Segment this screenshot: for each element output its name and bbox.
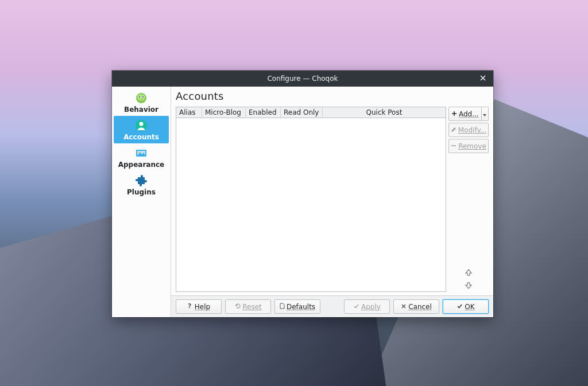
sidebar-item-accounts[interactable]: Accounts: [114, 116, 169, 143]
cancel-button-label: Cancel: [408, 303, 432, 311]
plus-icon: [451, 110, 457, 118]
document-icon: [280, 303, 285, 311]
add-dropdown-arrow[interactable]: [482, 107, 489, 121]
category-sidebar: Behavior Accounts Appearance Plugins: [112, 87, 171, 317]
remove-button-label: Remove: [458, 142, 486, 150]
arrow-down-icon: [465, 282, 473, 291]
configure-window: Configure — Choqok Behavior Accounts: [112, 71, 493, 317]
help-icon: ?: [187, 302, 193, 311]
apply-button[interactable]: Apply: [344, 299, 390, 314]
pencil-icon: [451, 126, 457, 134]
modify-button[interactable]: Modify...: [448, 123, 489, 137]
chevron-down-icon: [483, 110, 486, 118]
arrow-up-icon: [465, 268, 473, 278]
remove-button[interactable]: Remove: [448, 139, 489, 153]
sidebar-item-label: Appearance: [118, 161, 165, 169]
puzzle-icon: [134, 174, 148, 188]
table-actions: Add... Modify... Remove: [448, 107, 489, 292]
sidebar-item-label: Behavior: [124, 106, 158, 114]
close-icon: [479, 75, 486, 83]
reset-button-label: Reset: [242, 303, 262, 311]
move-up-button[interactable]: [448, 267, 489, 279]
cancel-button[interactable]: Cancel: [393, 299, 439, 314]
ok-button-label: OK: [465, 303, 474, 311]
table-body[interactable]: [176, 118, 446, 291]
ok-check-icon: [457, 303, 463, 311]
modify-button-label: Modify...: [458, 126, 487, 134]
svg-point-9: [140, 122, 144, 126]
sidebar-item-label: Accounts: [123, 133, 159, 141]
undo-icon: [234, 303, 241, 311]
add-button-group: Add...: [448, 107, 489, 121]
apply-button-label: Apply: [361, 303, 381, 311]
user-icon: [134, 119, 148, 132]
defaults-button-label: Defaults: [287, 303, 315, 311]
sidebar-item-appearance[interactable]: Appearance: [114, 143, 169, 171]
main-panel: Accounts Alias Micro-Blog Enabled Read O…: [171, 87, 493, 317]
defaults-button[interactable]: Defaults: [274, 299, 320, 314]
svg-point-7: [142, 96, 144, 98]
cancel-icon: [401, 303, 407, 311]
accounts-table[interactable]: Alias Micro-Blog Enabled Read Only Quick…: [176, 107, 446, 292]
sidebar-item-label: Plugins: [127, 188, 156, 196]
column-quickpost[interactable]: Quick Post: [323, 107, 446, 118]
help-button[interactable]: ? Help: [176, 299, 222, 314]
help-button-label: Help: [195, 303, 210, 311]
column-readonly[interactable]: Read Only: [281, 107, 323, 118]
image-icon: [134, 146, 148, 160]
column-microblog[interactable]: Micro-Blog: [202, 107, 246, 118]
svg-text:?: ?: [188, 302, 191, 309]
titlebar[interactable]: Configure — Choqok: [112, 71, 493, 87]
page-title: Accounts: [171, 87, 493, 106]
bird-icon: [134, 91, 148, 105]
close-button[interactable]: [473, 71, 493, 87]
dialog-footer: ? Help Reset Defaults Apply: [171, 295, 493, 317]
svg-point-6: [139, 96, 140, 98]
window-title: Configure — Choqok: [267, 75, 338, 83]
sidebar-item-plugins[interactable]: Plugins: [114, 171, 169, 198]
column-enabled[interactable]: Enabled: [246, 107, 281, 118]
minus-icon: [451, 142, 457, 150]
column-alias[interactable]: Alias: [176, 107, 202, 118]
move-down-button[interactable]: [448, 280, 489, 292]
add-button-label: Add...: [459, 110, 479, 118]
add-button[interactable]: Add...: [448, 107, 482, 121]
check-icon: [353, 303, 359, 311]
reset-button[interactable]: Reset: [225, 299, 271, 314]
sidebar-item-behavior[interactable]: Behavior: [114, 88, 169, 116]
ok-button[interactable]: OK: [443, 299, 489, 314]
table-header: Alias Micro-Blog Enabled Read Only Quick…: [176, 107, 446, 118]
